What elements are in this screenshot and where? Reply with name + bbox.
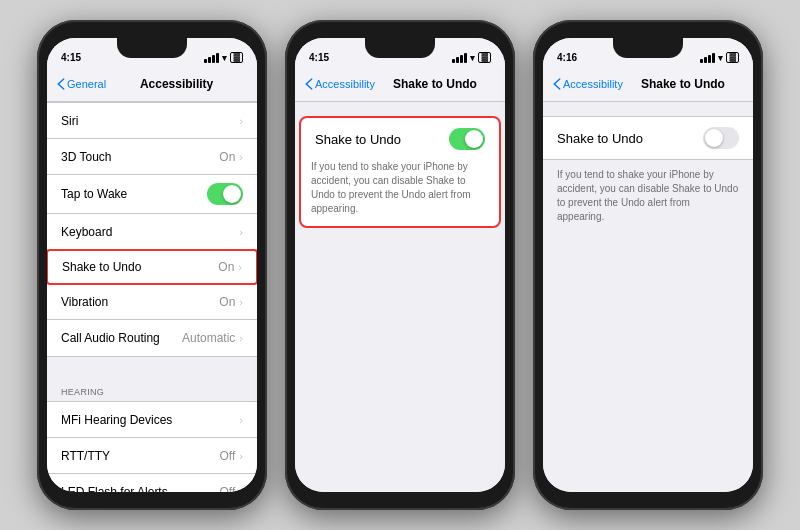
screen-3: 4:16 ▾ ▓ Accessibility Shake to Undo: [543, 38, 753, 492]
back-button-1[interactable]: General: [57, 78, 106, 90]
vibration-value: On: [219, 295, 235, 309]
shake-undo-label: Shake to Undo: [62, 260, 218, 274]
time-1: 4:15: [61, 52, 81, 63]
siri-label: Siri: [61, 114, 239, 128]
nav-bar-1: General Accessibility: [47, 66, 257, 102]
rtt-value: Off: [220, 449, 236, 463]
shake-undo-card-highlighted: Shake to Undo If you tend to shake your …: [299, 116, 501, 228]
back-chevron-icon-1: [57, 78, 65, 90]
tap-wake-label: Tap to Wake: [61, 187, 207, 201]
phone-3: 4:16 ▾ ▓ Accessibility Shake to Undo: [533, 20, 763, 510]
call-routing-value: Automatic: [182, 331, 235, 345]
nav-title-2: Shake to Undo: [375, 77, 495, 91]
keyboard-chevron: ›: [239, 226, 243, 238]
status-icons-3: ▾ ▓: [700, 52, 739, 63]
3dtouch-value: On: [219, 150, 235, 164]
phone-2: 4:15 ▾ ▓ Accessibility Shake to Undo: [285, 20, 515, 510]
shake-undo-card-3: Shake to Undo: [543, 116, 753, 160]
signal-icon-2: [452, 53, 467, 63]
shake-undo-detail-label-3: Shake to Undo: [557, 131, 703, 146]
back-label-1: General: [67, 78, 106, 90]
detail-content-2: Shake to Undo If you tend to shake your …: [295, 102, 505, 492]
shake-undo-thumb-2: [465, 130, 483, 148]
time-2: 4:15: [309, 52, 329, 63]
rtt-chevron: ›: [239, 450, 243, 462]
nav-bar-2: Accessibility Shake to Undo: [295, 66, 505, 102]
3dtouch-chevron: ›: [239, 151, 243, 163]
vibration-chevron: ›: [239, 296, 243, 308]
back-button-2[interactable]: Accessibility: [305, 78, 375, 90]
back-label-3: Accessibility: [563, 78, 623, 90]
status-icons-1: ▾ ▓: [204, 52, 243, 63]
notch-1: [117, 38, 187, 58]
mfi-label: MFi Hearing Devices: [61, 413, 239, 427]
row-keyboard[interactable]: Keyboard ›: [47, 214, 257, 250]
call-routing-label: Call Audio Routing: [61, 331, 182, 345]
keyboard-label: Keyboard: [61, 225, 239, 239]
row-3dtouch[interactable]: 3D Touch On ›: [47, 139, 257, 175]
back-label-2: Accessibility: [315, 78, 375, 90]
tap-wake-toggle[interactable]: [207, 183, 243, 205]
shake-undo-chevron: ›: [238, 261, 242, 273]
back-button-3[interactable]: Accessibility: [553, 78, 623, 90]
time-3: 4:16: [557, 52, 577, 63]
shake-undo-toggle-2[interactable]: [449, 128, 485, 150]
screen-2: 4:15 ▾ ▓ Accessibility Shake to Undo: [295, 38, 505, 492]
hearing-header: HEARING: [47, 375, 257, 401]
battery-icon-3: ▓: [726, 52, 739, 63]
nav-title-1: Accessibility: [106, 77, 247, 91]
notch-3: [613, 38, 683, 58]
led-value: Off: [220, 485, 236, 493]
shake-undo-detail-row-3[interactable]: Shake to Undo: [543, 117, 753, 159]
status-icons-2: ▾ ▓: [452, 52, 491, 63]
row-mfi[interactable]: MFi Hearing Devices ›: [47, 402, 257, 438]
led-label: LED Flash for Alerts: [61, 485, 220, 493]
row-led[interactable]: LED Flash for Alerts Off ›: [47, 474, 257, 492]
wifi-icon-3: ▾: [718, 53, 723, 63]
nav-title-3: Shake to Undo: [623, 77, 743, 91]
battery-icon-1: ▓: [230, 52, 243, 63]
signal-icon-1: [204, 53, 219, 63]
row-vibration[interactable]: Vibration On ›: [47, 284, 257, 320]
led-chevron: ›: [239, 486, 243, 493]
back-chevron-icon-3: [553, 78, 561, 90]
row-shake-undo[interactable]: Shake to Undo On ›: [47, 249, 257, 285]
row-call-routing[interactable]: Call Audio Routing Automatic ›: [47, 320, 257, 356]
shake-undo-toggle-3[interactable]: [703, 127, 739, 149]
shake-undo-description-2: If you tend to shake your iPhone by acci…: [301, 160, 499, 226]
wifi-icon-1: ▾: [222, 53, 227, 63]
3dtouch-label: 3D Touch: [61, 150, 219, 164]
hearing-group-1: MFi Hearing Devices › RTT/TTY Off › LED …: [47, 401, 257, 492]
screen-1: 4:15 ▾ ▓ General Accessibility: [47, 38, 257, 492]
tap-wake-thumb: [223, 185, 241, 203]
back-chevron-icon-2: [305, 78, 313, 90]
mfi-chevron: ›: [239, 414, 243, 426]
rtt-label: RTT/TTY: [61, 449, 220, 463]
wifi-icon-2: ▾: [470, 53, 475, 63]
main-group-1: Siri › 3D Touch On › Tap to Wake Keyboar…: [47, 102, 257, 357]
phone-1: 4:15 ▾ ▓ General Accessibility: [37, 20, 267, 510]
battery-icon-2: ▓: [478, 52, 491, 63]
signal-icon-3: [700, 53, 715, 63]
detail-content-3: Shake to Undo If you tend to shake your …: [543, 102, 753, 492]
shake-undo-value: On: [218, 260, 234, 274]
nav-bar-3: Accessibility Shake to Undo: [543, 66, 753, 102]
row-rtt[interactable]: RTT/TTY Off ›: [47, 438, 257, 474]
row-tap-wake[interactable]: Tap to Wake: [47, 175, 257, 214]
notch-2: [365, 38, 435, 58]
shake-undo-detail-row-2[interactable]: Shake to Undo: [301, 118, 499, 160]
shake-undo-description-3: If you tend to shake your iPhone by acci…: [543, 160, 753, 238]
vibration-label: Vibration: [61, 295, 219, 309]
shake-undo-detail-label-2: Shake to Undo: [315, 132, 449, 147]
settings-content-1: Siri › 3D Touch On › Tap to Wake Keyboar…: [47, 102, 257, 492]
siri-chevron: ›: [239, 115, 243, 127]
row-siri[interactable]: Siri ›: [47, 103, 257, 139]
call-routing-chevron: ›: [239, 332, 243, 344]
shake-undo-thumb-3: [705, 129, 723, 147]
